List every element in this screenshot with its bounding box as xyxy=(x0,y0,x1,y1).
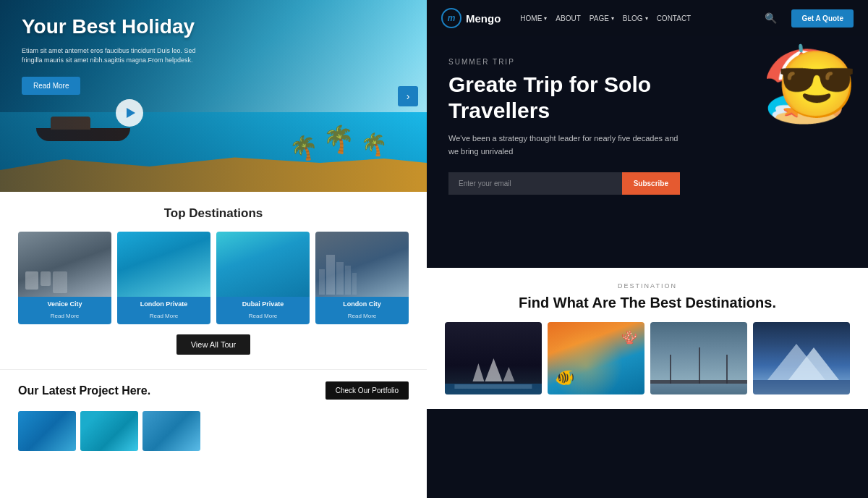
subscribe-button[interactable]: Subscribe xyxy=(622,172,680,195)
hero-right-description: We've been a strategy thought leader for… xyxy=(448,132,687,158)
project-thumbnails xyxy=(0,411,427,458)
destination-right-3[interactable] xyxy=(753,322,850,394)
portfolio-button[interactable]: Check Our Portfolio xyxy=(326,381,409,400)
destination-tag: DESTINATION xyxy=(445,282,850,290)
destination-card-1[interactable]: London Private Read More xyxy=(117,232,210,324)
destination-right-grid: 🐠 🪸 xyxy=(445,322,850,394)
nav-about[interactable]: ABOUT xyxy=(556,14,580,22)
hero-right-content: SUMMER TRIP Greate Trip for Solo Travell… xyxy=(448,58,687,195)
latest-project-title: Our Latest Project Here. xyxy=(18,384,150,397)
destination-footer-3: London City Read More xyxy=(315,297,409,324)
nav-blog[interactable]: BLOG▾ xyxy=(623,14,648,22)
hero-content: Your Best Holiday Etiam sit amet anterne… xyxy=(22,14,210,95)
search-icon[interactable]: 🔍 xyxy=(765,12,777,24)
hero-right-title: Greate Trip for Solo Travellers xyxy=(448,72,687,124)
destination-name-1: London Private xyxy=(122,300,206,308)
hero-right-section: SUMMER TRIP Greate Trip for Solo Travell… xyxy=(427,36,868,268)
destination-link-3[interactable]: Read More xyxy=(348,313,377,319)
destination-image-2 xyxy=(216,232,310,297)
view-all-button[interactable]: View All Tour xyxy=(176,334,251,355)
summer-tag: SUMMER TRIP xyxy=(448,58,687,66)
play-icon xyxy=(127,108,135,118)
tourist-figure: 🏖️ 😎 xyxy=(752,47,857,221)
destinations-grid: Venice City Read More London Private Rea… xyxy=(18,232,409,324)
destination-link-1[interactable]: Read More xyxy=(150,313,179,319)
destination-image-1 xyxy=(117,232,210,297)
destination-footer-2: Dubai Private Read More xyxy=(216,297,310,324)
page-caret-icon: ▾ xyxy=(611,15,614,22)
destination-right-title: Find What Are The Best Destinations. xyxy=(445,294,850,311)
nav-page[interactable]: PAGE▾ xyxy=(590,14,614,22)
left-panel: 🌴 🌴 🌴 Your Best Holiday Etiam sit amet a… xyxy=(0,0,427,498)
home-caret-icon: ▾ xyxy=(544,15,547,22)
destination-image-0 xyxy=(18,232,111,297)
destination-link-0[interactable]: Read More xyxy=(51,313,80,319)
destination-card-3[interactable]: London City Read More xyxy=(315,232,409,324)
destination-right-2[interactable] xyxy=(650,322,747,394)
project-thumb-2[interactable] xyxy=(142,411,200,451)
nav-contact[interactable]: CONTACT xyxy=(657,14,692,22)
destinations-right-section: DESTINATION Find What Are The Best Desti… xyxy=(427,268,868,409)
hero-section: 🌴 🌴 🌴 Your Best Holiday Etiam sit amet a… xyxy=(0,0,427,192)
read-more-button[interactable]: Read More xyxy=(22,77,80,95)
destination-card-2[interactable]: Dubai Private Read More xyxy=(216,232,310,324)
destination-name-3: London City xyxy=(320,300,404,308)
project-thumb-0[interactable] xyxy=(18,411,76,451)
play-button[interactable] xyxy=(116,99,143,127)
destination-right-1[interactable]: 🐠 🪸 xyxy=(548,322,644,394)
latest-project-section: Our Latest Project Here. Check Our Portf… xyxy=(0,369,427,411)
email-input[interactable] xyxy=(448,172,622,195)
hero-title: Your Best Holiday xyxy=(22,14,210,39)
destination-link-2[interactable]: Read More xyxy=(249,313,278,319)
logo-icon: m xyxy=(441,8,461,28)
navigation: m Mengo HOME▾ ABOUT PAGE▾ BLOG▾ CONTACT … xyxy=(427,0,868,36)
subscribe-row: Subscribe xyxy=(448,172,680,195)
next-slide-button[interactable]: › xyxy=(398,86,418,106)
destination-image-3 xyxy=(315,232,409,297)
destination-right-0[interactable] xyxy=(445,322,542,394)
nav-links: HOME▾ ABOUT PAGE▾ BLOG▾ CONTACT xyxy=(520,14,752,22)
logo: m Mengo xyxy=(441,8,501,28)
hero-description: Etiam sit amet anternet eros faucibus ti… xyxy=(22,46,210,66)
destination-name-0: Venice City xyxy=(22,300,107,308)
nav-home[interactable]: HOME▾ xyxy=(520,14,547,22)
blog-caret-icon: ▾ xyxy=(645,15,648,22)
project-thumb-1[interactable] xyxy=(80,411,138,451)
destination-footer-0: Venice City Read More xyxy=(18,297,111,324)
destination-name-2: Dubai Private xyxy=(221,300,305,308)
get-quote-button[interactable]: Get A Quote xyxy=(791,9,854,28)
destination-footer-1: London Private Read More xyxy=(117,297,210,324)
destinations-section: Top Destinations Venice City Read More xyxy=(0,192,427,369)
destination-card-0[interactable]: Venice City Read More xyxy=(18,232,111,324)
destinations-title: Top Destinations xyxy=(18,206,409,221)
logo-text: Mengo xyxy=(466,12,501,25)
right-panel: m Mengo HOME▾ ABOUT PAGE▾ BLOG▾ CONTACT … xyxy=(427,0,868,498)
